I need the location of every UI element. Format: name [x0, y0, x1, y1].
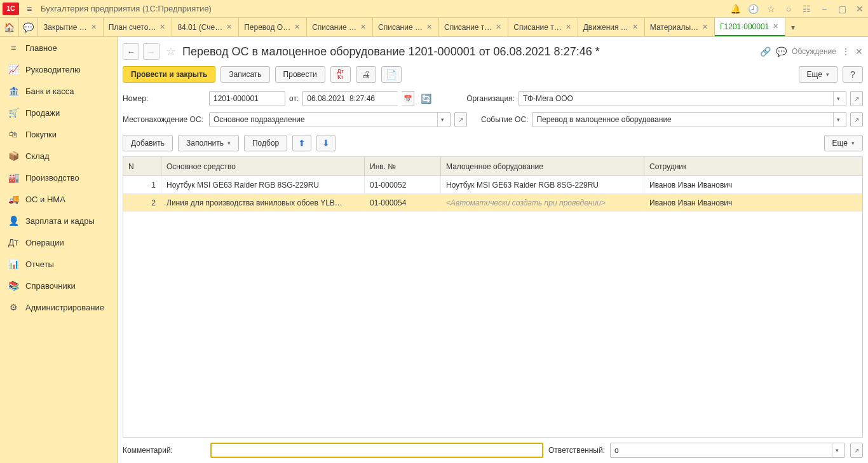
calendar-icon[interactable]: 📅	[402, 91, 414, 106]
sidebar-item-purchases[interactable]: 🛍Покупки	[0, 123, 117, 145]
tab[interactable]: Перевод О…✕	[239, 18, 307, 36]
location-label: Местонахождение ОС:	[123, 115, 205, 124]
sidebar-item-bank[interactable]: 🏦Банк и касса	[0, 80, 117, 102]
sidebar-item-hr[interactable]: 👤Зарплата и кадры	[0, 210, 117, 232]
move-up-button[interactable]: ⬆	[292, 135, 311, 151]
expand-icon[interactable]: ↗	[850, 91, 863, 106]
tab-close-icon[interactable]: ✕	[631, 23, 639, 31]
close-panel-icon[interactable]: ✕	[855, 46, 863, 57]
favorite-icon[interactable]: ☆	[163, 44, 179, 59]
table-row[interactable]: 2 Линия для производства виниловых обоев…	[123, 194, 862, 212]
chevron-down-icon[interactable]: ▾	[437, 113, 447, 127]
discussion-icon[interactable]: 💬	[776, 46, 787, 57]
sidebar-item-operations[interactable]: ДтОперации	[0, 232, 117, 253]
sidebar-item-manager[interactable]: 📈Руководителю	[0, 59, 117, 80]
sidebar-item-production[interactable]: 🏭Производство	[0, 167, 117, 188]
bag-icon: 🛍	[8, 129, 19, 139]
conduct-close-button[interactable]: Провести и закрыть	[123, 66, 215, 83]
th-number[interactable]: N	[123, 157, 161, 176]
back-button[interactable]: ←	[123, 43, 139, 60]
tab-close-icon[interactable]: ✕	[359, 23, 367, 31]
app-title: Бухгалтерия предприятия (1С:Предприятие)	[41, 4, 729, 13]
tab[interactable]: 84.01 (Сче…✕	[172, 18, 239, 36]
tab[interactable]: Списание …✕	[307, 18, 373, 36]
document-icon[interactable]: 📄	[381, 66, 402, 83]
more-button[interactable]: Еще	[799, 66, 837, 83]
chevron-down-icon[interactable]: ▾	[833, 92, 843, 106]
fill-button[interactable]: Заполнить	[178, 135, 239, 151]
kebab-icon[interactable]: ⋮	[841, 46, 850, 57]
options-icon[interactable]: ○	[783, 3, 794, 15]
tab-close-icon[interactable]: ✕	[564, 23, 573, 31]
org-select[interactable]: ТФ-Мега ООО▾	[519, 91, 846, 106]
sidebar-item-label: Склад	[25, 151, 50, 161]
sidebar-item-label: Администрирование	[25, 303, 104, 312]
star-icon[interactable]: ☆	[765, 3, 776, 15]
tab-close-icon[interactable]: ✕	[225, 23, 233, 31]
maximize-icon[interactable]: ▢	[836, 3, 848, 15]
tab-close-icon[interactable]: ✕	[90, 23, 98, 31]
tab[interactable]: Движения …✕	[578, 18, 645, 36]
sidebar-item-sales[interactable]: 🛒Продажи	[0, 102, 117, 123]
link-icon[interactable]: 🔗	[760, 46, 771, 57]
help-button[interactable]: ?	[843, 66, 863, 83]
write-button[interactable]: Записать	[220, 66, 269, 83]
tab[interactable]: Списание …✕	[373, 18, 439, 36]
add-button[interactable]: Добавить	[123, 135, 173, 151]
responsible-select[interactable]: о▾	[610, 443, 845, 458]
hamburger-icon[interactable]: ≡	[23, 4, 36, 14]
sidebar-item-reports[interactable]: 📊Отчеты	[0, 253, 117, 275]
sidebar-item-references[interactable]: 📚Справочники	[0, 275, 117, 296]
number-field[interactable]	[209, 91, 285, 106]
tab[interactable]: Списание т…✕	[508, 18, 578, 36]
sidebar-item-main[interactable]: ≡Главное	[0, 37, 117, 59]
expand-icon[interactable]: ↗	[850, 112, 863, 127]
tab[interactable]: Списание т…✕	[439, 18, 508, 36]
select-button[interactable]: Подбор	[244, 135, 287, 151]
close-icon[interactable]: ✕	[854, 3, 865, 15]
location-select[interactable]: Основное подразделение▾	[209, 112, 451, 127]
chevron-down-icon[interactable]: ▾	[833, 113, 843, 127]
sidebar-item-assets[interactable]: 🚚ОС и НМА	[0, 188, 117, 210]
print-icon[interactable]: 🖨	[356, 66, 376, 83]
dtkt-icon[interactable]: ДтКт	[330, 66, 351, 83]
discussion-label[interactable]: Обсуждение	[792, 47, 836, 56]
tab-close-icon[interactable]: ✕	[701, 23, 709, 31]
chat-icon[interactable]: 💬	[19, 18, 38, 36]
sidebar: ≡Главное 📈Руководителю 🏦Банк и касса 🛒Пр…	[0, 37, 118, 463]
filter-icon[interactable]: ☷	[801, 3, 812, 15]
th-inv[interactable]: Инв. №	[365, 157, 441, 176]
forward-button[interactable]: →	[143, 43, 159, 60]
tab-active[interactable]: Г1201-000001✕	[715, 18, 785, 36]
table-row[interactable]: 1 Ноутбук MSI GE63 Raider RGB 8SG-229RU …	[123, 176, 862, 194]
th-asset[interactable]: Основное средство	[161, 157, 365, 176]
tab-close-icon[interactable]: ✕	[425, 23, 433, 31]
expand-icon[interactable]: ↗	[454, 112, 467, 127]
tab[interactable]: Закрытие …✕	[38, 18, 104, 36]
tab-close-icon[interactable]: ✕	[771, 22, 780, 31]
tab-close-icon[interactable]: ✕	[494, 23, 503, 31]
home-icon[interactable]: 🏠	[0, 18, 19, 36]
th-lowvalue[interactable]: Малоценное оборудование	[441, 157, 644, 176]
th-employee[interactable]: Сотрудник	[644, 157, 862, 176]
tab[interactable]: Материалы…✕	[645, 18, 715, 36]
conduct-button[interactable]: Провести	[275, 66, 325, 83]
sidebar-item-label: Руководителю	[25, 65, 81, 74]
comment-field[interactable]	[210, 443, 543, 458]
minimize-icon[interactable]: −	[818, 3, 830, 15]
tab[interactable]: План счето…✕	[104, 18, 173, 36]
sidebar-item-warehouse[interactable]: 📦Склад	[0, 145, 117, 167]
tab-close-icon[interactable]: ✕	[158, 23, 166, 31]
event-select[interactable]: Перевод в малоценное оборудование▾	[532, 112, 846, 127]
refresh-icon[interactable]: 🔄	[418, 90, 433, 107]
expand-icon[interactable]: ↗	[850, 443, 863, 458]
tab-close-icon[interactable]: ✕	[293, 23, 301, 31]
move-down-button[interactable]: ⬇	[316, 135, 336, 151]
bell-icon[interactable]: 🔔	[729, 3, 741, 15]
history-icon[interactable]: 🕘	[747, 3, 759, 15]
table-more-button[interactable]: Еще	[824, 135, 863, 151]
date-field[interactable]	[302, 91, 398, 106]
tab-dropdown-icon[interactable]: ▾	[785, 18, 801, 36]
sidebar-item-admin[interactable]: ⚙Администрирование	[0, 296, 117, 318]
chevron-down-icon[interactable]: ▾	[832, 443, 842, 457]
